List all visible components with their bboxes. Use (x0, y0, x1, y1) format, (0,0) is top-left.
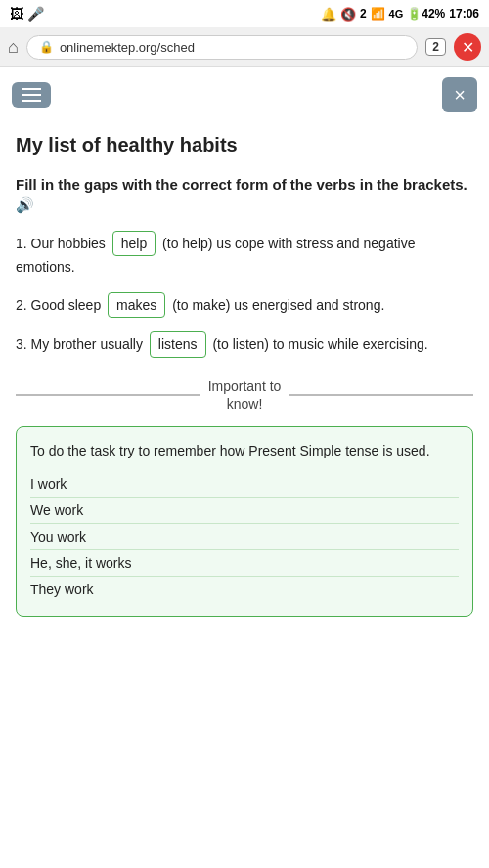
divider-line-right (289, 394, 473, 396)
url-text: onlinemektep.org/sched (60, 40, 195, 55)
exercise-before-1: Our hobbies (31, 236, 106, 251)
hamburger-line (22, 88, 41, 90)
hamburger-line (22, 100, 41, 102)
exercise-before-3: My brother usually (31, 336, 143, 352)
menu-button[interactable] (12, 82, 51, 108)
url-bar[interactable]: 🔒 onlinemektep.org/sched (26, 35, 418, 60)
info-box: To do the task try to remember how Prese… (16, 426, 473, 617)
info-intro: To do the task try to remember how Prese… (30, 441, 459, 461)
exercise-number-3: 3. (16, 336, 27, 352)
home-button[interactable]: ⌂ (8, 37, 19, 58)
tab-count-badge[interactable]: 2 (425, 38, 446, 56)
time-display: 17:06 (449, 7, 479, 21)
stop-button[interactable]: ✕ (454, 33, 481, 61)
exercise-number-1: 1. (16, 236, 27, 251)
exercise-item-2: 2. Good sleep makes (to make) us energis… (16, 292, 473, 318)
exercise-before-2: Good sleep (31, 297, 102, 313)
answer-box-1: help (112, 231, 156, 256)
signal-icon: 📶 (371, 7, 385, 21)
verb-row-3: You work (30, 524, 459, 550)
verb-row-2: We work (30, 498, 459, 524)
close-button[interactable]: × (442, 77, 477, 112)
divider-label: Important toknow! (200, 377, 289, 412)
exercise-item-3: 3. My brother usually listens (to listen… (16, 331, 473, 357)
verb-row-1: I work (30, 471, 459, 498)
divider-line-left (16, 394, 200, 396)
bell-icon: 🔔 (321, 7, 336, 22)
main-content: My list of healthy habits Fill in the ga… (0, 122, 489, 629)
verb-row-4: He, she, it works (30, 550, 459, 577)
answer-box-3: listens (150, 331, 206, 357)
divider-section: Important toknow! (16, 377, 473, 412)
exercise-number-2: 2. (16, 297, 27, 313)
mute-icon: 🔇 (340, 7, 356, 22)
exercise-after-3: (to listen) to music while exercising. (212, 336, 427, 352)
mic-icon: 🎤 (27, 6, 44, 22)
hamburger-line (22, 94, 41, 96)
status-bar: 🖼 🎤 🔔 🔇 2 📶 4G 🔋42% 17:06 (0, 0, 489, 27)
answer-box-2: makes (108, 292, 165, 318)
battery-icon: 🔋42% (407, 7, 445, 21)
status-right: 🔔 🔇 2 📶 4G 🔋42% 17:06 (321, 7, 479, 22)
status-left: 🖼 🎤 (10, 6, 44, 22)
exercise-after-2: (to make) us energised and strong. (172, 297, 384, 313)
page-title: My list of healthy habits (16, 134, 473, 156)
notification-count: 2 (360, 7, 367, 21)
4g-icon: 4G (389, 8, 404, 20)
browser-bar: ⌂ 🔒 onlinemektep.org/sched 2 ✕ (0, 27, 489, 67)
lock-icon: 🔒 (39, 40, 54, 54)
app-header: × (0, 67, 489, 122)
photo-icon: 🖼 (10, 6, 23, 22)
instruction-text: Fill in the gaps with the correct form o… (16, 174, 473, 215)
exercise-item-1: 1. Our hobbies help (to help) us cope wi… (16, 231, 473, 279)
verb-row-5: They work (30, 577, 459, 602)
